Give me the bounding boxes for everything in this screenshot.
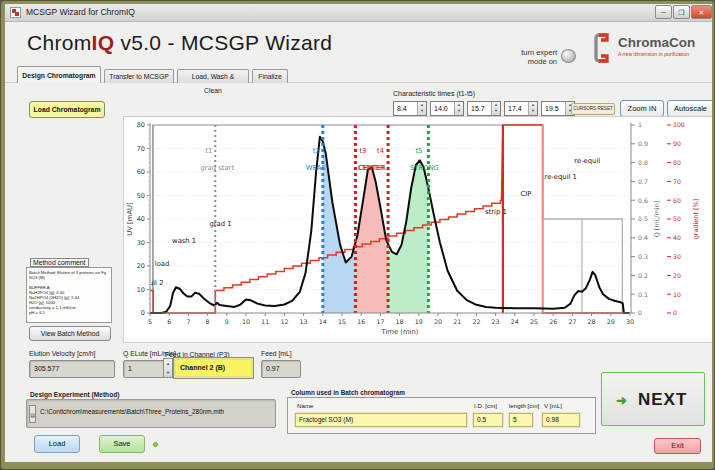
svg-text:t1: t1 bbox=[205, 147, 212, 155]
svg-text:re-equil 1: re-equil 1 bbox=[545, 173, 577, 181]
exit-button[interactable]: Exit bbox=[654, 438, 701, 454]
time-t1-spinner[interactable]: 8.4▲▼ bbox=[393, 101, 427, 116]
time-t5-spinner[interactable]: 19.5▲▼ bbox=[541, 101, 575, 116]
svg-text:12: 12 bbox=[280, 318, 288, 325]
chromacon-logo: ChromaCon A new dimension in purificatio… bbox=[593, 32, 705, 66]
svg-text:40: 40 bbox=[137, 215, 145, 223]
tab-finalize[interactable]: Finalize bbox=[252, 69, 288, 83]
load-chromatogram-button[interactable]: Load Chromatogram bbox=[29, 101, 105, 118]
column-header-length: length [cm] bbox=[509, 402, 539, 409]
svg-text:5: 5 bbox=[148, 318, 152, 325]
maximize-button[interactable]: ❐ bbox=[673, 5, 690, 19]
spinner-arrows-icon[interactable]: ▲▼ bbox=[528, 102, 537, 115]
svg-text:strip 1: strip 1 bbox=[485, 208, 507, 216]
logo-text: ChromaCon bbox=[618, 35, 695, 50]
logo-tagline: A new dimension in purification bbox=[618, 51, 689, 57]
close-button[interactable]: ✕ bbox=[691, 5, 712, 19]
svg-text:STRONG: STRONG bbox=[410, 164, 439, 172]
svg-text:21: 21 bbox=[453, 318, 461, 325]
column-cell-name[interactable]: Fractogel SO3 (M) bbox=[295, 413, 467, 427]
feed-channel-value[interactable]: Channel 2 (B) bbox=[174, 358, 253, 378]
time-t3-spinner[interactable]: 15.7▲▼ bbox=[467, 101, 501, 116]
svg-text:0.9: 0.9 bbox=[638, 140, 648, 147]
svg-text:80: 80 bbox=[673, 159, 681, 166]
feed-field[interactable]: 0.97 bbox=[261, 360, 301, 378]
next-button[interactable]: ➜ NEXT bbox=[601, 372, 705, 426]
svg-text:24: 24 bbox=[511, 318, 519, 325]
svg-text:90: 90 bbox=[673, 140, 681, 147]
spinner-arrows-icon[interactable]: ▲▼ bbox=[417, 102, 426, 115]
svg-text:10: 10 bbox=[242, 318, 250, 325]
tab-load-wash-clean[interactable]: Load, Wash & Clean bbox=[177, 69, 249, 83]
title-iq: IQ bbox=[92, 31, 115, 54]
svg-text:22: 22 bbox=[472, 318, 480, 325]
column-header-name: Name bbox=[297, 402, 314, 409]
svg-text:0.4: 0.4 bbox=[638, 234, 648, 241]
save-button[interactable]: Save bbox=[99, 435, 145, 453]
title-chrom: Chrom bbox=[27, 31, 92, 54]
svg-text:18: 18 bbox=[396, 318, 404, 325]
svg-text:CIP: CIP bbox=[521, 190, 532, 198]
svg-text:14: 14 bbox=[319, 318, 327, 325]
svg-text:gradient [%]: gradient [%] bbox=[692, 199, 700, 240]
svg-text:20: 20 bbox=[434, 318, 442, 325]
tab-design-chromatogram[interactable]: Design Chromatogram bbox=[17, 66, 101, 83]
spinner-arrows-icon[interactable]: ▲▼ bbox=[491, 102, 500, 115]
svg-text:70: 70 bbox=[673, 178, 681, 185]
design-experiment-label: Design Experiment (Method) bbox=[30, 391, 119, 398]
expert-mode-label: turn expert mode on bbox=[473, 49, 557, 66]
svg-text:80: 80 bbox=[137, 121, 145, 129]
load-button[interactable]: Load bbox=[34, 435, 80, 453]
tab-transfer-to-mcsgp[interactable]: Transfer to MCSGP bbox=[104, 69, 174, 83]
svg-text:0.1: 0.1 bbox=[638, 291, 648, 298]
svg-text:20: 20 bbox=[137, 262, 145, 270]
chromacon-logo-icon bbox=[593, 33, 613, 63]
svg-text:19: 19 bbox=[415, 318, 423, 325]
svg-text:16: 16 bbox=[357, 318, 365, 325]
svg-text:re-equil: re-equil bbox=[574, 157, 600, 165]
chromatogram-chart[interactable]: t1grad startt2WEAKt3CENTERt4CENTERt5STRO… bbox=[124, 117, 712, 342]
svg-text:0: 0 bbox=[673, 309, 677, 316]
cursors-reset-button[interactable]: CURSORS RESET bbox=[571, 103, 615, 115]
svg-text:60: 60 bbox=[137, 168, 145, 176]
svg-text:t4: t4 bbox=[377, 147, 384, 155]
title-rest: v5.0 - MCSGP Wizard bbox=[114, 31, 332, 54]
combo-spinner-icon[interactable]: ▲▼ bbox=[163, 358, 173, 378]
svg-text:20: 20 bbox=[673, 272, 681, 279]
svg-text:25: 25 bbox=[530, 318, 538, 325]
svg-text:30: 30 bbox=[673, 253, 681, 260]
zoom-in-button[interactable]: Zoom IN bbox=[620, 100, 664, 117]
page-title: ChromIQ v5.0 - MCSGP Wizard bbox=[27, 31, 332, 55]
chromatogram-chart-panel: t1grad startt2WEAKt3CENTERt4CENTERt5STRO… bbox=[123, 116, 712, 343]
svg-text:29: 29 bbox=[607, 318, 615, 325]
svg-text:t3: t3 bbox=[359, 147, 366, 155]
svg-text:Q [mL/min]: Q [mL/min] bbox=[653, 201, 661, 238]
time-t4-spinner[interactable]: 17.4▲▼ bbox=[504, 101, 538, 116]
title-bar[interactable]: MCSGP Wizard for ChromIQ ─ ❐ ✕ bbox=[5, 4, 712, 22]
svg-text:0.7: 0.7 bbox=[638, 178, 648, 185]
autoscale-button[interactable]: Autoscale bbox=[667, 100, 712, 117]
design-experiment-path-box[interactable]: ▤ C:\Contichrom\measurements\Batch\Three… bbox=[26, 399, 276, 428]
app-icon bbox=[10, 7, 21, 18]
svg-text:30: 30 bbox=[626, 318, 634, 325]
save-status-led bbox=[153, 442, 158, 447]
spinner-arrows-icon[interactable]: ▲▼ bbox=[454, 102, 463, 115]
view-batch-method-button[interactable]: View Batch Method bbox=[29, 326, 111, 341]
time-t2-spinner[interactable]: 14.0▲▼ bbox=[430, 101, 464, 116]
column-cell-length[interactable]: 5 bbox=[509, 413, 533, 427]
browse-path-icon[interactable]: ▤ bbox=[29, 405, 36, 423]
expert-mode-toggle[interactable] bbox=[561, 49, 576, 63]
svg-text:23: 23 bbox=[492, 318, 500, 325]
svg-text:60: 60 bbox=[673, 197, 681, 204]
feed-label: Feed [mL] bbox=[261, 350, 292, 357]
feed-channel-label: Feed in Channel (P3) bbox=[165, 351, 230, 358]
characteristic-times-label: Characteristic times (t1-t5) bbox=[393, 90, 475, 97]
method-comment-text[interactable]: Batch Method: Elution of 3 proteins on F… bbox=[26, 267, 112, 323]
elution-velocity-field[interactable]: 305.577 bbox=[29, 360, 115, 378]
svg-text:0.5: 0.5 bbox=[638, 215, 648, 222]
minimize-button[interactable]: ─ bbox=[655, 5, 672, 19]
column-cell-volume[interactable]: 0.98 bbox=[542, 413, 580, 427]
feed-channel-select[interactable]: ▲▼ Channel 2 (B) bbox=[163, 358, 253, 378]
column-cell-id[interactable]: 0.5 bbox=[473, 413, 503, 427]
svg-text:UV [mAU]: UV [mAU] bbox=[126, 202, 134, 236]
